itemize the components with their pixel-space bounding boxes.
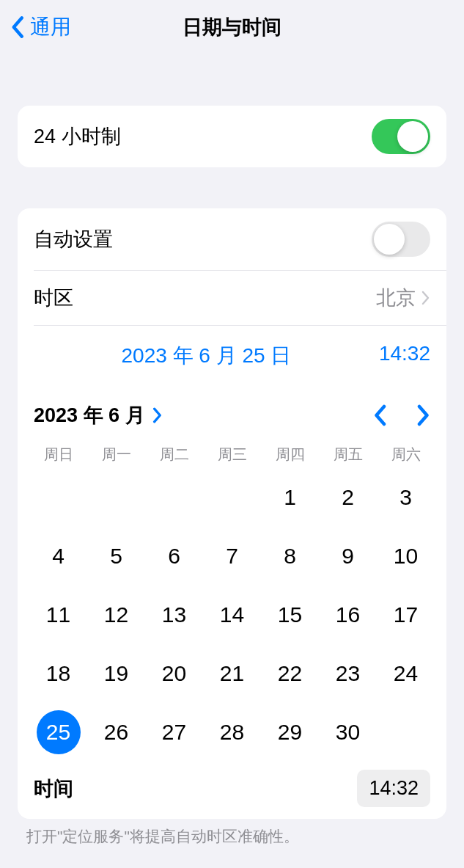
day-cell[interactable]: 18 [29,645,87,702]
prev-month-button[interactable] [373,404,386,426]
footer-note: 打开"定位服务"将提高自动时区准确性。 [0,819,464,854]
day-cell[interactable]: 30 [319,704,377,761]
time-picker-button[interactable]: 14:32 [357,770,430,807]
weekday-header: 周五 [319,445,377,464]
chevron-right-icon [152,407,163,423]
day-cell[interactable]: 10 [377,528,435,585]
chevron-left-icon [10,15,24,39]
weekday-header: 周三 [203,445,261,464]
day-cell[interactable]: 22 [261,645,319,702]
day-cell[interactable]: 24 [377,645,435,702]
day-cell[interactable]: 15 [261,586,319,643]
day-cell[interactable]: 1 [261,469,319,526]
timezone-value: 北京 [376,285,416,311]
chevron-right-icon [421,291,430,305]
day-cell[interactable]: 26 [87,704,145,761]
month-picker-button[interactable]: 2023 年 6 月 [34,402,163,428]
day-cell[interactable]: 12 [87,586,145,643]
weekday-header: 周一 [87,445,145,464]
card-datetime: 自动设置 时区 北京 2023 年 6 月 25 日 14:32 2023 年 … [18,208,446,819]
next-month-button[interactable] [417,404,430,426]
day-cell[interactable]: 13 [145,586,203,643]
weekday-header: 周六 [377,445,435,464]
day-cell[interactable]: 16 [319,586,377,643]
day-cell[interactable]: 20 [145,645,203,702]
day-cell[interactable]: 28 [203,704,261,761]
day-empty [87,469,145,526]
card-24hour: 24 小时制 [18,106,446,167]
day-cell[interactable]: 14 [203,586,261,643]
day-empty [145,469,203,526]
day-cell[interactable]: 19 [87,645,145,702]
day-cell[interactable]: 4 [29,528,87,585]
day-cell[interactable]: 6 [145,528,203,585]
day-empty [203,469,261,526]
page-title: 日期与时间 [183,14,281,40]
auto-set-switch[interactable] [372,222,430,257]
month-label: 2023 年 6 月 [34,402,145,428]
back-label: 通用 [30,13,71,41]
day-cell[interactable]: 9 [319,528,377,585]
day-cell[interactable]: 11 [29,586,87,643]
back-button[interactable]: 通用 [10,13,71,41]
day-cell[interactable]: 2 [319,469,377,526]
day-cell[interactable]: 25 [29,704,87,761]
day-cell[interactable]: 27 [145,704,203,761]
day-cell[interactable]: 8 [261,528,319,585]
weekday-header: 周日 [29,445,87,464]
weekday-header: 周二 [145,445,203,464]
weekday-header: 周四 [261,445,319,464]
timezone-label: 时区 [34,285,73,311]
auto-set-label: 自动设置 [34,226,113,252]
day-empty [29,469,87,526]
selected-date[interactable]: 2023 年 6 月 25 日 [34,342,379,370]
day-cell[interactable]: 21 [203,645,261,702]
day-cell[interactable]: 29 [261,704,319,761]
day-cell[interactable]: 17 [377,586,435,643]
day-cell[interactable]: 7 [203,528,261,585]
day-cell[interactable]: 5 [87,528,145,585]
day-cell[interactable]: 3 [377,469,435,526]
day-cell[interactable]: 23 [319,645,377,702]
time-label: 时间 [34,776,73,802]
timezone-row[interactable]: 时区 北京 [18,271,446,325]
twentyfour-hour-switch[interactable] [372,119,430,154]
selected-time[interactable]: 14:32 [379,342,430,370]
twentyfour-hour-label: 24 小时制 [34,123,121,150]
